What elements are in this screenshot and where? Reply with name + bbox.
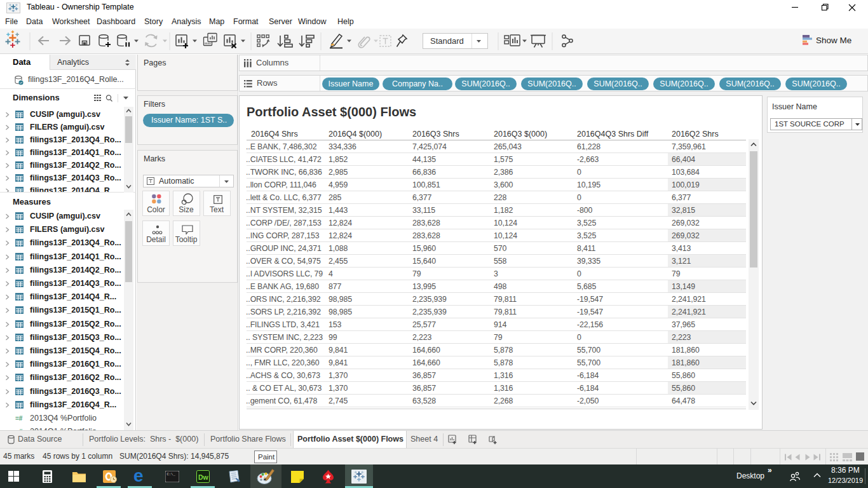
svg-text:=#: =# (15, 415, 23, 422)
svg-text:Dw: Dw (198, 473, 209, 481)
svg-text:C:\_: C:\_ (167, 472, 176, 477)
